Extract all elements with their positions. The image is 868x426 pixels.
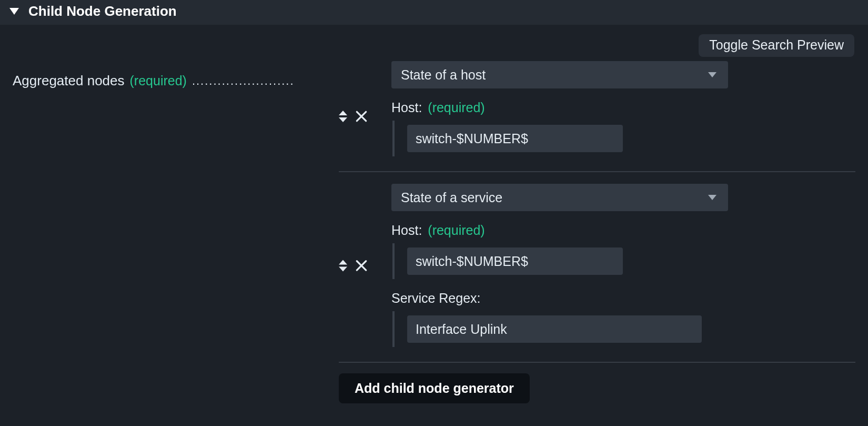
chevron-down-icon [339,266,347,271]
collapse-triangle-icon [9,8,19,15]
close-icon [355,259,368,272]
select-value: State of a host [401,67,486,83]
host-input[interactable] [407,247,623,275]
chevron-up-icon [339,111,347,115]
chevron-down-icon [708,72,716,77]
node-type-select[interactable]: State of a service [391,184,728,211]
node-block: State of a service Host: (required) Serv… [339,172,855,363]
toolbar-row: Toggle Search Preview [0,25,868,57]
host-field-label: Host: (required) [391,223,855,238]
select-value: State of a service [401,190,502,205]
row-handles [339,259,391,272]
row-handles [339,110,391,123]
reorder-handle[interactable] [339,260,347,271]
chevron-down-icon [339,117,347,122]
reorder-handle[interactable] [339,111,347,122]
remove-row-button[interactable] [355,110,368,123]
service-regex-label: Service Regex: [391,291,855,306]
required-tag: (required) [428,100,485,115]
host-input[interactable] [407,125,623,152]
service-regex-input[interactable] [407,315,702,343]
add-row: Add child node generator [339,363,855,403]
input-wrap [392,121,855,156]
required-tag: (required) [130,73,187,88]
node-type-select[interactable]: State of a host [391,61,728,88]
aggregated-nodes-label: Aggregated nodes [13,73,125,89]
section-title: Child Node Generation [28,3,177,19]
node-block: State of a host Host: (required) [339,61,855,172]
toggle-search-preview-button[interactable]: Toggle Search Preview [699,34,854,57]
input-wrap [392,243,855,279]
chevron-up-icon [339,260,347,264]
remove-row-button[interactable] [355,259,368,272]
left-label-column: Aggregated nodes (required) ............… [13,61,334,403]
required-tag: (required) [428,223,485,237]
input-wrap [392,311,855,347]
add-child-node-button[interactable]: Add child node generator [339,373,530,403]
close-icon [355,110,368,123]
section-header[interactable]: Child Node Generation [0,0,868,25]
host-field-label: Host: (required) [391,100,855,115]
chevron-down-icon [708,195,716,200]
label-dots: ........................ [192,74,334,88]
